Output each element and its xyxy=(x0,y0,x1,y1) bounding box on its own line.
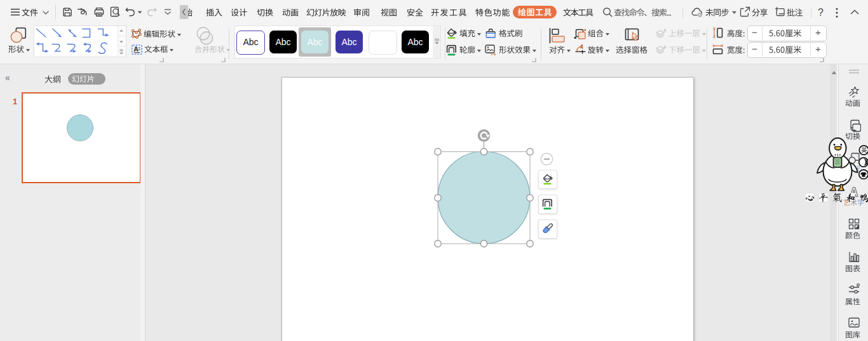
svg-text:A: A xyxy=(133,45,139,53)
